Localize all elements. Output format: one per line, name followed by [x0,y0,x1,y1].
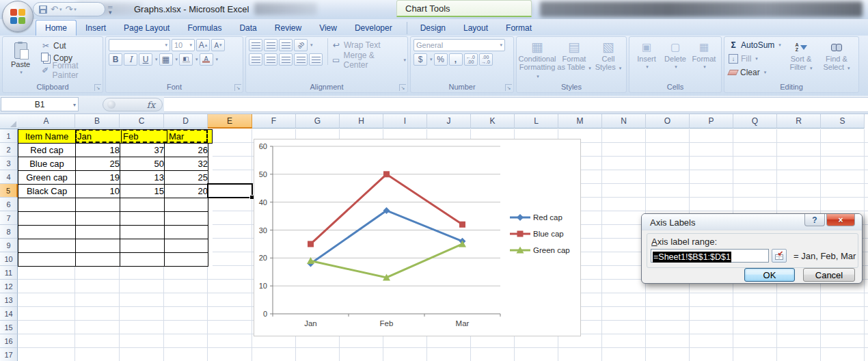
row-header-3[interactable]: 3 [0,157,18,170]
row-header-17[interactable]: 17 [0,348,18,361]
row-header-16[interactable]: 16 [0,334,18,348]
column-header-J[interactable]: J [427,114,471,129]
column-header-L[interactable]: L [515,114,558,129]
tab-home[interactable]: Home [36,20,77,36]
column-header-R[interactable]: R [777,114,821,129]
cell-A3[interactable]: Blue cap [18,157,76,171]
cell-C9[interactable] [120,239,165,253]
fill-button[interactable]: ↓Fill▾ [727,53,785,65]
cell-D7[interactable] [165,212,208,226]
alignment-dialog-launcher[interactable]: ↘ [399,84,406,91]
row-header-8[interactable]: 8 [0,225,18,239]
align-left-button[interactable] [249,53,262,66]
row-header-7[interactable]: 7 [0,211,18,225]
row-header-10[interactable]: 10 [0,252,18,266]
insert-function-area[interactable]: fx [103,98,163,111]
align-bottom-button[interactable] [279,39,293,51]
cell-C5[interactable]: 15 [120,185,165,198]
column-header-H[interactable]: H [340,114,383,129]
font-dialog-launcher[interactable]: ↘ [234,84,241,91]
column-header-M[interactable]: M [558,114,602,129]
tab-layout[interactable]: Layout [455,21,497,36]
cell-A8[interactable] [18,226,76,239]
column-header-N[interactable]: N [602,114,646,129]
column-header-F[interactable]: F [252,114,296,129]
cell-B4[interactable]: 19 [76,171,120,185]
column-header-C[interactable]: C [120,114,164,129]
insert-cells-button[interactable]: ▣ Insert▾ [633,37,660,71]
increase-indent-button[interactable] [309,53,323,66]
grow-font-button[interactable]: A▴ [196,39,210,51]
column-header-S[interactable]: S [821,114,865,129]
paste-button[interactable]: Paste▾ [5,40,36,77]
row-header-12[interactable]: 12 [0,280,18,293]
cell-D2[interactable]: 26 [165,144,208,157]
column-header-P[interactable]: P [690,114,733,129]
column-header-G[interactable]: G [296,114,340,129]
column-header-B[interactable]: B [75,114,120,129]
row-header-11[interactable]: 11 [0,266,18,280]
save-icon[interactable] [39,5,47,14]
tab-format[interactable]: Format [497,21,541,36]
name-box[interactable]: B1▾ [1,97,79,111]
clipboard-dialog-launcher[interactable]: ↘ [94,84,101,91]
tab-review[interactable]: Review [266,21,310,36]
increase-decimal-button[interactable]: ←.0.00 [464,53,478,66]
row-header-2[interactable]: 2 [0,143,18,157]
dialog-close-button[interactable]: × [826,214,855,226]
borders-button[interactable]: ▦ [159,53,173,66]
cell-B8[interactable] [76,226,120,239]
font-size-select[interactable]: 10▾ [172,39,195,51]
cell-A2[interactable]: Red cap [18,144,76,157]
wrap-text-button[interactable]: ↩Wrap Text [330,39,407,51]
decrease-decimal-button[interactable]: .00→.0 [479,53,493,66]
font-name-select[interactable]: ▾ [109,39,170,51]
tab-developer[interactable]: Developer [346,21,401,36]
orientation-button[interactable]: ab [294,39,308,51]
row-header-5[interactable]: 5 [0,184,18,198]
delete-cells-button[interactable]: ▢ Delete▾ [662,37,689,71]
cut-button[interactable]: ✂Cut [40,40,103,52]
redo-icon[interactable]: ↷ [65,5,72,14]
cell-D4[interactable]: 25 [165,171,208,185]
comma-format-button[interactable]: , [449,53,463,66]
column-header-I[interactable]: I [383,114,427,129]
undo-icon[interactable]: ↶ [51,5,58,14]
percent-format-button[interactable]: % [434,53,448,66]
cell-A1[interactable]: Item Name [18,130,76,144]
cell-styles-button[interactable]: ▧ CellStyles ▾ [593,37,624,81]
find-select-button[interactable]: Find &Select ▾ [820,37,853,79]
tab-data[interactable]: Data [230,21,265,36]
column-header-Q[interactable]: Q [733,114,777,129]
row-header-9[interactable]: 9 [0,239,18,252]
cell-A9[interactable] [18,239,76,253]
cell-D8[interactable] [165,226,208,239]
align-center-button[interactable] [264,53,277,66]
active-cell-outline[interactable] [207,183,253,198]
merge-center-button[interactable]: ▭Merge & Center▾ [330,54,407,66]
column-header-K[interactable]: K [471,114,515,129]
clear-button[interactable]: Clear▾ [727,66,785,79]
cell-B1[interactable]: Jan [76,130,122,144]
italic-button[interactable]: I [124,53,137,66]
cell-A4[interactable]: Green cap [18,171,76,185]
cancel-button[interactable]: Cancel [803,268,855,282]
cell-A5[interactable]: Black Cap [18,185,76,198]
row-header-1[interactable]: 1 [0,129,18,143]
cell-D5[interactable]: 20 [165,185,208,198]
cell-B2[interactable]: 18 [76,144,120,157]
cell-B5[interactable]: 10 [76,185,120,198]
cell-B9[interactable] [76,239,120,253]
tab-page-layout[interactable]: Page Layout [115,21,178,36]
column-header-O[interactable]: O [646,114,690,129]
bold-button[interactable]: B [109,53,122,66]
cell-C10[interactable] [120,253,165,267]
autosum-button[interactable]: ΣAutoSum▾ [727,39,785,51]
cell-B7[interactable] [76,212,120,226]
customize-qat-icon[interactable]: ═▾ [108,4,112,15]
ok-button[interactable]: OK [744,268,795,282]
fill-color-button[interactable]: ◧ [179,53,193,66]
tab-design[interactable]: Design [411,21,455,36]
cell-C3[interactable]: 50 [120,157,165,171]
cell-D6[interactable] [165,198,208,212]
